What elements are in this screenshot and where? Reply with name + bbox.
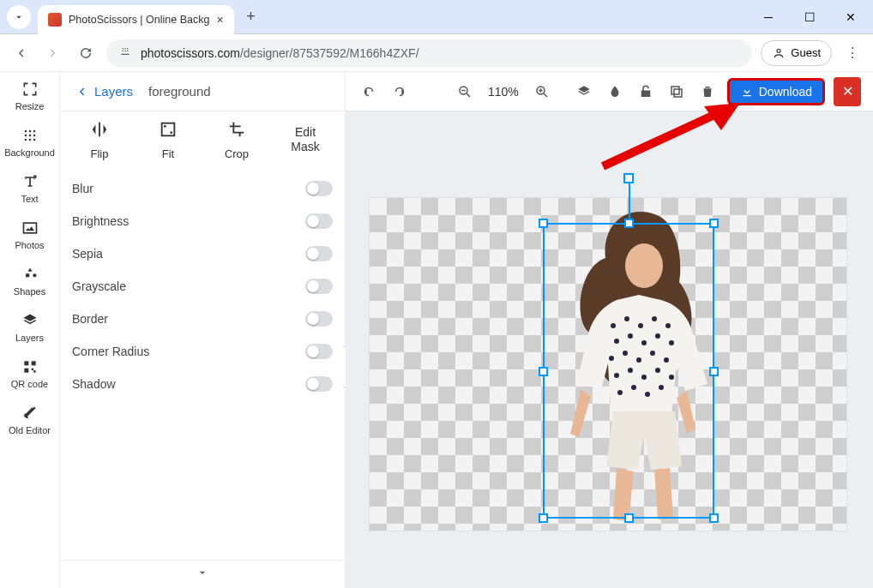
current-layer-label: foreground: [148, 84, 211, 99]
flip-tool[interactable]: Flip: [65, 120, 134, 160]
svg-point-18: [170, 131, 172, 134]
redo-button[interactable]: [388, 81, 411, 103]
window-controls: ─ ☐ ✕: [753, 5, 866, 29]
svg-point-4: [24, 135, 27, 137]
svg-rect-11: [24, 361, 28, 365]
sidebar-item-shapes[interactable]: Shapes: [0, 266, 59, 297]
zoom-in-button[interactable]: [531, 81, 553, 103]
sidebar-item-layers[interactable]: Layers: [0, 312, 59, 343]
resize-handle-ml[interactable]: [539, 367, 548, 376]
url-bar[interactable]: photoscissors.com/designer/87537592/M166…: [106, 39, 752, 67]
shadow-toggle[interactable]: [305, 376, 333, 392]
sidebar-item-qrcode[interactable]: QR code: [0, 358, 59, 389]
browser-tab[interactable]: PhotoScissors | Online Backg ×: [38, 5, 234, 34]
download-button[interactable]: Download: [727, 78, 825, 105]
adjust-sepia: Sepia: [72, 237, 333, 270]
browser-menu-button[interactable]: ⋮: [840, 41, 864, 65]
resize-handle-tr[interactable]: [709, 219, 719, 228]
panel-footer: [60, 560, 345, 588]
favicon-icon: [48, 13, 62, 27]
svg-rect-16: [162, 123, 175, 136]
tab-close-icon[interactable]: ×: [216, 13, 223, 27]
close-editor-button[interactable]: ✕: [834, 77, 861, 106]
svg-rect-15: [33, 370, 35, 373]
svg-line-48: [603, 115, 714, 166]
sidebar-item-background[interactable]: Background: [0, 127, 59, 158]
svg-point-7: [24, 139, 27, 141]
adjust-grayscale: Grayscale: [72, 270, 333, 303]
site-settings-icon[interactable]: [118, 45, 132, 61]
adjust-border: Border: [72, 303, 333, 335]
svg-rect-13: [24, 369, 28, 373]
address-bar: photoscissors.com/designer/87537592/M166…: [0, 34, 873, 72]
fit-tool[interactable]: Fit: [134, 120, 202, 160]
svg-rect-22: [671, 87, 679, 94]
layers-panel: Layers foreground Flip Fit Crop Edit Mas…: [60, 72, 346, 588]
edit-mask-button[interactable]: Edit Mask: [271, 120, 340, 160]
minimize-button[interactable]: ─: [753, 5, 784, 29]
grayscale-toggle[interactable]: [305, 279, 333, 294]
zoom-out-button[interactable]: [454, 81, 476, 103]
svg-point-9: [33, 139, 35, 141]
zoom-level-label: 110%: [485, 85, 522, 99]
adjust-blur: Blur: [72, 172, 333, 205]
border-toggle[interactable]: [305, 311, 333, 327]
svg-point-3: [33, 130, 35, 133]
new-tab-button[interactable]: +: [239, 5, 263, 29]
sidebar-item-resize[interactable]: Resize: [0, 81, 59, 111]
svg-point-17: [164, 125, 166, 128]
url-text: photoscissors.com/designer/87537592/M166…: [141, 46, 419, 60]
rotate-line: [629, 179, 630, 219]
sidebar-rail: Resize Background Text Photos Shapes Lay…: [0, 72, 60, 588]
forward-button[interactable]: [41, 41, 65, 65]
back-to-layers-button[interactable]: Layers: [74, 84, 133, 99]
adjust-shadow: Shadow: [72, 368, 333, 400]
close-window-button[interactable]: ✕: [835, 5, 866, 29]
resize-handle-tm[interactable]: [624, 219, 634, 228]
annotation-arrow-icon: [594, 98, 740, 175]
app-body: Resize Background Text Photos Shapes Lay…: [0, 72, 873, 588]
sidebar-item-text[interactable]: Text: [0, 173, 59, 204]
sidebar-item-photos[interactable]: Photos: [0, 219, 59, 250]
svg-point-0: [777, 49, 780, 52]
undo-button[interactable]: [358, 81, 380, 103]
layers-icon[interactable]: [573, 81, 595, 103]
brightness-toggle[interactable]: [305, 213, 333, 229]
adjustments-list: Blur Brightness Sepia Grayscale Border C…: [60, 169, 345, 400]
resize-handle-mr[interactable]: [709, 367, 719, 376]
svg-point-2: [28, 130, 31, 133]
svg-rect-14: [31, 369, 33, 371]
adjust-corner-radius: Corner Radius: [72, 335, 333, 368]
svg-point-1: [24, 130, 27, 133]
layers-panel-header: Layers foreground: [60, 72, 345, 111]
selection-box[interactable]: [543, 223, 714, 519]
maximize-button[interactable]: ☐: [794, 5, 825, 29]
browser-tab-strip: PhotoScissors | Online Backg × + ─ ☐ ✕: [0, 0, 873, 34]
svg-rect-12: [31, 361, 35, 365]
canvas[interactable]: [346, 111, 873, 588]
svg-rect-21: [674, 89, 682, 97]
resize-handle-br[interactable]: [709, 513, 719, 523]
tab-search-dropdown[interactable]: [7, 5, 31, 29]
crop-tool[interactable]: Crop: [202, 120, 271, 160]
panel-footer-chevron-icon[interactable]: [196, 566, 209, 583]
blur-toggle[interactable]: [305, 181, 333, 196]
reload-button[interactable]: [74, 41, 98, 65]
resize-handle-tl[interactable]: [539, 219, 548, 228]
svg-point-6: [33, 135, 35, 137]
download-icon: [740, 85, 754, 99]
canvas-area: 110% Download ✕: [346, 72, 873, 588]
sepia-toggle[interactable]: [305, 246, 333, 261]
tab-title: PhotoScissors | Online Backg: [69, 14, 209, 26]
resize-handle-bm[interactable]: [624, 513, 634, 523]
adjust-brightness: Brightness: [72, 205, 333, 237]
svg-rect-10: [23, 223, 36, 233]
corner-radius-toggle[interactable]: [305, 344, 333, 359]
sidebar-item-old-editor[interactable]: Old Editor: [0, 405, 59, 435]
profile-guest-chip[interactable]: Guest: [761, 40, 832, 66]
svg-point-5: [28, 135, 31, 137]
svg-point-8: [28, 139, 31, 141]
layer-tools-row: Flip Fit Crop Edit Mask: [60, 111, 345, 169]
back-button[interactable]: [9, 41, 33, 65]
resize-handle-bl[interactable]: [539, 513, 548, 523]
